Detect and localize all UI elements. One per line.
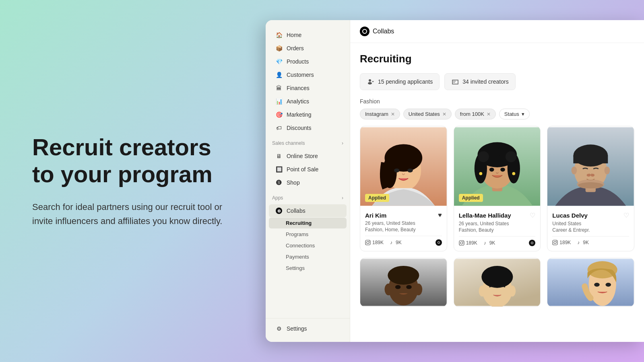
home-icon: 🏠: [275, 31, 283, 39]
products-icon: 💎: [275, 58, 283, 65]
sidebar-label-collabs: Collabs: [287, 208, 305, 214]
sidebar-item-online-store[interactable]: 🖥 Online Store: [269, 150, 347, 162]
creator-card-lucas[interactable]: Lucas Delvy ♡ United States Career & Ent…: [547, 126, 634, 251]
tiktok-stat-lella: ♪ 9K: [482, 240, 495, 246]
filter-tags: Instagram ✕ United States ✕ from 100K ✕ …: [360, 109, 634, 119]
creator-niches-ari: Fashion, Home, Beauty: [365, 227, 442, 232]
sidebar-item-point-of-sale[interactable]: 🔲 Point of Sale: [269, 163, 347, 176]
creator-info-lella: Lella-Mae Halliday ♡ 26 years, United St…: [454, 207, 541, 251]
sidebar-subitem-programs[interactable]: Programs: [269, 229, 347, 240]
svg-point-11: [369, 241, 370, 242]
svg-point-24: [479, 172, 482, 175]
invited-creators-badge[interactable]: 34 invited creators: [444, 73, 515, 90]
creator-niches-lucas: Career & Entrepr.: [552, 227, 629, 233]
like-button-lella[interactable]: ♡: [530, 212, 535, 219]
remove-100k-icon[interactable]: ✕: [487, 111, 491, 117]
sidebar-subitem-settings[interactable]: Settings: [269, 263, 347, 274]
invited-creators-text: 34 invited creators: [462, 78, 508, 85]
finances-icon: 🏛: [275, 84, 283, 92]
stats-row: 15 pending applicants 34 invited creator…: [360, 73, 634, 90]
creator-image-row2-2: [454, 258, 541, 306]
svg-point-39: [578, 182, 603, 189]
connections-label: Connections: [286, 243, 315, 249]
creator-card-row2-1[interactable]: [360, 258, 447, 307]
analytics-icon: 📊: [275, 98, 283, 105]
creator-age-lella: 26 years, United States: [459, 221, 536, 226]
sidebar-item-discounts[interactable]: 🏷 Discounts: [269, 121, 347, 134]
svg-point-52: [481, 266, 513, 288]
svg-rect-9: [365, 240, 370, 245]
creator-card-row2-2[interactable]: [454, 258, 541, 307]
creator-card-row2-3[interactable]: [547, 258, 634, 307]
sidebar-label-orders: Orders: [287, 45, 304, 51]
sidebar-item-customers[interactable]: 👤 Customers: [269, 68, 347, 81]
sidebar-label-analytics: Analytics: [287, 98, 309, 105]
svg-point-10: [367, 241, 369, 244]
sidebar-label-products: Products: [287, 58, 309, 65]
sidebar-item-orders[interactable]: 📦 Orders: [269, 42, 347, 55]
hero-panel: Recruit creators to your program Search …: [0, 0, 262, 362]
creator-stats-lucas: 189K ♪ 9K: [552, 236, 629, 245]
svg-point-25: [512, 172, 515, 175]
instagram-stat-lucas: 189K: [552, 240, 571, 245]
svg-point-7: [394, 169, 400, 173]
collabs-logo: [360, 27, 369, 36]
creators-grid-row2: [360, 258, 634, 307]
sidebar-subitem-payments[interactable]: Payments: [269, 251, 347, 262]
chevron-right-icon: ›: [342, 140, 343, 146]
tiktok-icon-3: ♪: [576, 240, 581, 245]
svg-point-22: [489, 168, 494, 172]
like-button-ari[interactable]: ♥: [438, 212, 442, 219]
main-content: Collabs Recruiting 15 pending applica: [350, 20, 644, 342]
collabs-verified-ari: [436, 239, 442, 246]
creator-card-ari[interactable]: Applied Ari Kim ♥ 26 years, United State…: [360, 126, 447, 251]
svg-rect-40: [553, 240, 557, 245]
filter-instagram[interactable]: Instagram ✕: [360, 109, 400, 119]
like-button-lucas[interactable]: ♡: [623, 212, 629, 219]
sidebar-item-shop[interactable]: 🅢 Shop: [269, 176, 347, 189]
svg-point-53: [479, 286, 486, 296]
sidebar-main-nav: 🏠 Home 📦 Orders 💎 Products 👤 Customers 🏛…: [266, 27, 350, 136]
sidebar-item-finances[interactable]: 🏛 Finances: [269, 82, 347, 95]
creator-image-row2-3: [547, 258, 634, 306]
instagram-stat-ari: 189K: [365, 240, 384, 245]
sidebar-label-customers: Customers: [287, 72, 314, 78]
sidebar-item-collabs[interactable]: Collabs: [269, 204, 347, 217]
filter-category: Fashion: [360, 98, 634, 105]
sidebar-item-home[interactable]: 🏠 Home: [269, 29, 347, 41]
svg-point-1: [368, 82, 372, 84]
filter-100k[interactable]: from 100K ✕: [455, 109, 496, 119]
filter-us[interactable]: United States ✕: [403, 109, 452, 119]
instagram-count-lella: 189K: [466, 240, 477, 246]
hero-title: Recruit creators to your program: [32, 134, 229, 187]
discounts-icon: 🏷: [275, 124, 283, 132]
svg-point-0: [369, 79, 371, 82]
sidebar-item-products[interactable]: 💎 Products: [269, 55, 347, 68]
settings-sub-label: Settings: [286, 265, 305, 271]
recruiting-label: Recruiting: [286, 220, 312, 226]
sidebar-subitem-recruiting[interactable]: Recruiting: [269, 218, 347, 228]
creator-card-lella[interactable]: Applied Lella-Mae Halliday ♡ 26 years, U…: [454, 126, 541, 251]
svg-point-54: [508, 286, 516, 296]
applied-badge-ari: Applied: [365, 194, 389, 202]
svg-rect-26: [459, 241, 464, 245]
remove-instagram-icon[interactable]: ✕: [391, 111, 395, 117]
svg-point-49: [406, 285, 412, 289]
tiktok-count-lella: 9K: [489, 240, 495, 246]
topbar: Collabs: [350, 20, 644, 43]
sidebar-item-settings[interactable]: ⚙ Settings: [269, 322, 347, 335]
remove-us-icon[interactable]: ✕: [442, 111, 446, 117]
svg-point-47: [415, 284, 423, 295]
pending-applicants-badge[interactable]: 15 pending applicants: [360, 73, 440, 90]
sidebar-subitem-connections[interactable]: Connections: [269, 240, 347, 251]
instagram-count-ari: 189K: [372, 240, 384, 245]
tiktok-icon: ♪: [388, 240, 394, 245]
creator-stats-ari: 189K ♪ 9K: [365, 236, 442, 246]
programs-label: Programs: [286, 231, 308, 237]
sidebar-item-marketing[interactable]: 🎯 Marketing: [269, 108, 347, 121]
tiktok-count-lucas: 9K: [583, 240, 589, 245]
us-filter-label: United States: [409, 111, 440, 117]
sidebar-item-analytics[interactable]: 📊 Analytics: [269, 95, 347, 108]
creator-niches-lella: Fashion, Beauty: [459, 227, 536, 233]
filter-status[interactable]: Status ▾: [499, 109, 530, 119]
